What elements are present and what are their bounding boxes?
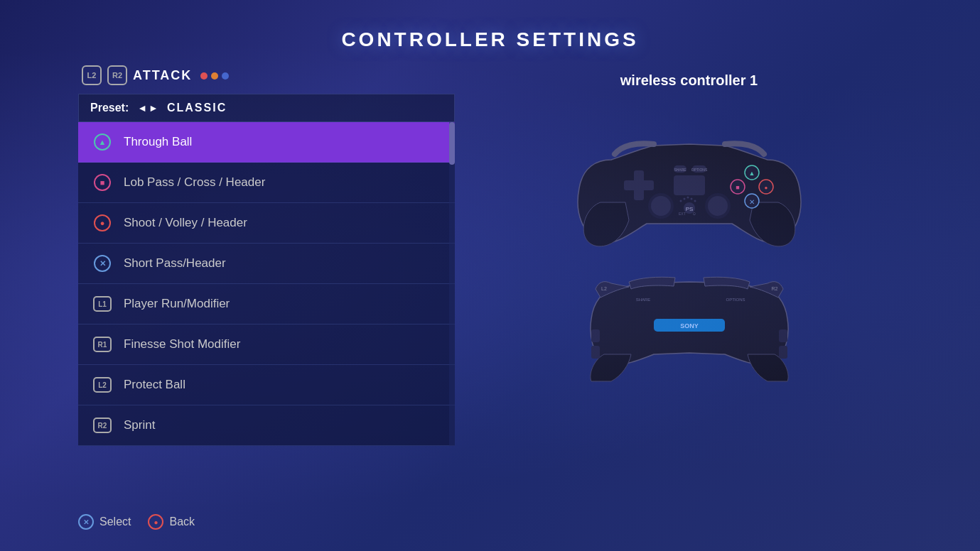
svg-text:SHARE: SHARE	[674, 168, 686, 172]
menu-item-protect-ball[interactable]: L2 Protect Ball	[78, 365, 455, 405]
svg-text:SHARE: SHARE	[635, 298, 650, 302]
svg-point-5	[708, 196, 728, 216]
menu-item-lob-pass[interactable]: ■ Lob Pass / Cross / Header	[78, 163, 455, 203]
menu-item-text-protect-ball: Protect Ball	[124, 378, 185, 392]
menu-item-text-lob-pass: Lob Pass / Cross / Header	[124, 175, 265, 190]
menu-item-finesse-shot[interactable]: R1 Finesse Shot Modifier	[78, 324, 455, 365]
menu-list: ▲ Through Ball ■ Lob Pass / Cross / Head…	[78, 122, 455, 446]
svg-text:R2: R2	[771, 286, 777, 291]
dot-3	[222, 72, 229, 80]
circle-icon: ●	[92, 213, 112, 233]
svg-rect-34	[591, 329, 600, 342]
svg-text:■: ■	[736, 184, 739, 191]
controller-back-view: SONY SHARE OPTIONS L2 R2	[583, 269, 796, 386]
svg-text:▲: ▲	[748, 170, 755, 177]
r2-icon: R2	[92, 415, 112, 435]
svg-text:✕: ✕	[749, 198, 755, 206]
select-label: Select	[99, 515, 131, 528]
svg-text:PS: PS	[685, 206, 693, 212]
svg-point-25	[694, 200, 696, 202]
dot-1	[200, 72, 208, 80]
left-panel: L2 R2 ATTACK Preset: ◄ ► CLASSIC	[78, 65, 455, 524]
menu-item-text-short-pass: Short Pass/Header	[124, 256, 226, 271]
active-tab-label: ATTACK	[133, 68, 192, 83]
menu-item-text-player-run: Player Run/Modifier	[124, 297, 230, 311]
select-cross-icon: ✕	[78, 514, 94, 530]
preset-label: Preset:	[90, 102, 129, 114]
menu-item-through-ball[interactable]: ▲ Through Ball	[78, 122, 455, 163]
back-circle-icon: ●	[148, 514, 163, 530]
l2-icon: L2	[92, 375, 112, 395]
svg-rect-18	[674, 175, 705, 195]
svg-text:OPTIONS: OPTIONS	[726, 298, 745, 302]
controller-front-view: ▲ ■ ● ✕ SHARE OPTIONS	[569, 103, 810, 262]
r2-badge[interactable]: R2	[107, 65, 127, 85]
menu-item-text-finesse-shot: Finesse Shot Modifier	[124, 337, 240, 351]
svg-text:●: ●	[764, 185, 768, 191]
svg-text:OPTIONS: OPTIONS	[691, 168, 707, 172]
svg-text:EXT: EXT	[679, 212, 686, 216]
square-icon: ■	[92, 173, 112, 192]
cross-icon: ✕	[92, 253, 112, 273]
right-panel: wireless controller 1	[476, 65, 902, 524]
menu-wrapper: ▲ Through Ball ■ Lob Pass / Cross / Head…	[78, 122, 455, 446]
menu-item-sprint[interactable]: R2 Sprint	[78, 405, 455, 446]
menu-item-text-shoot: Shoot / Volley / Header	[124, 216, 247, 230]
svg-rect-36	[779, 329, 787, 342]
preset-arrows[interactable]: ◄ ►	[137, 102, 158, 114]
svg-text:Ω: Ω	[693, 212, 696, 216]
menu-item-text-sprint: Sprint	[124, 418, 155, 432]
scroll-thumb[interactable]	[449, 122, 455, 165]
svg-point-21	[679, 200, 682, 202]
arrow-left[interactable]: ◄	[137, 102, 147, 114]
menu-item-short-pass[interactable]: ✕ Short Pass/Header	[78, 244, 455, 284]
dot-2	[211, 72, 218, 80]
back-action: ● Back	[148, 514, 195, 530]
controllers-container: ▲ ■ ● ✕ SHARE OPTIONS	[569, 103, 810, 386]
bottom-bar: ✕ Select ● Back	[78, 514, 195, 530]
preset-value: CLASSIC	[167, 102, 227, 114]
tab-dots	[200, 72, 229, 80]
scroll-track[interactable]	[449, 122, 455, 446]
svg-rect-37	[779, 346, 787, 359]
triangle-icon: ▲	[92, 132, 112, 152]
page-title: CONTROLLER SETTINGS	[0, 0, 980, 51]
tab-bar: L2 R2 ATTACK	[78, 65, 455, 85]
arrow-right[interactable]: ►	[149, 102, 158, 114]
menu-item-text-through-ball: Through Ball	[124, 135, 192, 149]
r1-icon: R1	[92, 334, 112, 354]
menu-item-player-run[interactable]: L1 Player Run/Modifier	[78, 284, 455, 324]
menu-item-shoot[interactable]: ● Shoot / Volley / Header	[78, 203, 455, 244]
l1-icon: L1	[92, 294, 112, 314]
svg-rect-1	[624, 180, 654, 190]
select-action: ✕ Select	[78, 514, 131, 530]
svg-point-24	[690, 198, 692, 200]
l2-badge[interactable]: L2	[82, 65, 102, 85]
svg-rect-35	[591, 346, 600, 359]
svg-text:L2: L2	[601, 286, 607, 291]
svg-point-22	[683, 198, 685, 200]
back-label: Back	[169, 515, 195, 528]
svg-point-23	[686, 197, 689, 199]
preset-bar: Preset: ◄ ► CLASSIC	[78, 94, 455, 122]
svg-text:SONY: SONY	[680, 322, 699, 329]
svg-point-3	[651, 196, 671, 216]
controller-title: wireless controller 1	[620, 72, 758, 89]
